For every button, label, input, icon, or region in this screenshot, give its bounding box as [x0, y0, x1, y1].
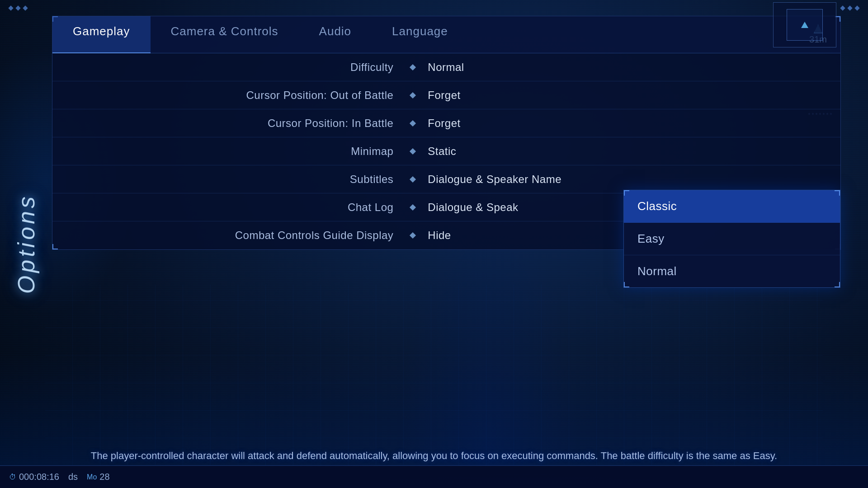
dropdown-option-normal[interactable]: Normal: [624, 255, 840, 287]
tab-gameplay[interactable]: Gameplay: [52, 16, 151, 53]
cursor-in-label: Cursor Position: In Battle: [52, 110, 407, 137]
row-diamond-icon: [410, 232, 416, 239]
minimap-widget: [773, 2, 836, 47]
map-status: Mo 28: [87, 472, 109, 482]
setting-row-subtitles: Subtitles Dialogue & Speaker Name: [52, 165, 840, 193]
map-icon: Mo: [87, 473, 97, 481]
hud-diamond: [854, 5, 859, 10]
tab-language[interactable]: Language: [372, 16, 468, 53]
subtitles-value[interactable]: Dialogue & Speaker Name: [419, 166, 840, 193]
clock-icon: ⏱: [9, 473, 16, 481]
dropdown-option-classic[interactable]: Classic: [624, 190, 840, 223]
dropdown-corner-br: [835, 282, 840, 287]
setting-row-cursor-in: Cursor Position: In Battle Forget: [52, 109, 840, 137]
row-diamond-icon: [410, 92, 416, 98]
row-diamond-icon: [410, 176, 416, 182]
minimap-value[interactable]: Static: [419, 138, 840, 165]
options-panel: Gameplay Camera & Controls Audio Languag…: [52, 16, 841, 250]
status-bar: ⏱ 000:08:16 ds Mo 28: [0, 465, 868, 488]
cursor-out-value[interactable]: Forget: [419, 82, 840, 109]
timer-status: ⏱ 000:08:16: [9, 472, 59, 482]
combat-guide-label: Combat Controls Guide Display: [52, 222, 407, 249]
cursor-out-label: Cursor Position: Out of Battle: [52, 82, 407, 109]
dropdown-corner-tl: [624, 190, 629, 196]
tab-camera-controls[interactable]: Camera & Controls: [151, 16, 299, 53]
subtitles-label: Subtitles: [52, 166, 407, 193]
hint-text: The player-controlled character will att…: [0, 449, 868, 463]
hud-top: [0, 0, 868, 16]
tab-audio[interactable]: Audio: [299, 16, 372, 53]
sidebar-label: Options: [13, 194, 40, 294]
cursor-in-value[interactable]: Forget: [419, 110, 840, 137]
minimap-label: Minimap: [52, 138, 407, 165]
chat-log-dropdown: Classic Easy Normal: [623, 190, 840, 288]
setting-row-cursor-out: Cursor Position: Out of Battle Forget: [52, 81, 840, 109]
minimap-inner: [787, 9, 823, 41]
row-diamond-icon: [410, 204, 416, 210]
setting-row-minimap: Minimap Static: [52, 137, 840, 165]
difficulty-value[interactable]: Normal: [419, 54, 840, 81]
minimap-arrow-icon: [801, 22, 808, 28]
setting-row-difficulty: Difficulty Normal: [52, 53, 840, 81]
settings-rows: Difficulty Normal Cursor Position: Out o…: [52, 53, 840, 249]
sidebar: Options: [0, 0, 52, 488]
chat-log-label: Chat Log: [52, 194, 407, 221]
hud-diamond: [847, 5, 852, 10]
dropdown-option-easy[interactable]: Easy: [624, 223, 840, 255]
hud-diamonds-right: [841, 6, 859, 10]
map-value: 28: [99, 472, 109, 482]
dropdown-corner-tr: [835, 190, 840, 196]
row-diamond-icon: [410, 148, 416, 154]
dropdown-corner-bl: [624, 282, 629, 287]
controller-label: ds: [68, 472, 78, 482]
controller-status: ds: [68, 472, 78, 482]
nav-tabs: Gameplay Camera & Controls Audio Languag…: [52, 16, 840, 53]
difficulty-label: Difficulty: [52, 54, 407, 81]
setting-row-chat-log: Chat Log Dialogue & Speak Classic Easy N…: [52, 193, 840, 221]
row-diamond-icon: [410, 64, 416, 70]
row-diamond-icon: [410, 120, 416, 126]
hud-diamond: [840, 5, 845, 10]
timer-display: 000:08:16: [19, 472, 59, 482]
